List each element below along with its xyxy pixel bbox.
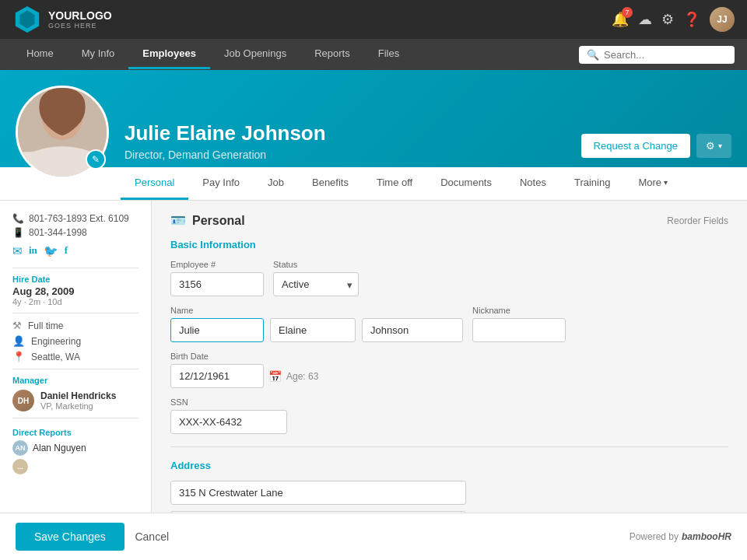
search-icon: 🔍: [587, 49, 599, 61]
tab-benefits[interactable]: Benefits: [298, 167, 363, 200]
birthdate-input-wrap: 📅 Age: 63: [170, 364, 318, 388]
twitter-icon[interactable]: 🐦: [44, 244, 58, 258]
hire-date-value: Aug 28, 2009: [12, 285, 139, 297]
section-title: Personal: [192, 214, 245, 228]
tab-notes[interactable]: Notes: [506, 167, 560, 200]
street1-group: [170, 481, 728, 505]
phone-icon: 📞: [12, 213, 24, 224]
nav-reports[interactable]: Reports: [300, 40, 364, 69]
birthdate-row: Birth Date 📅 Age: 63: [170, 352, 728, 388]
section-title-wrap: 🪪 Personal: [170, 213, 245, 228]
tab-job[interactable]: Job: [254, 167, 298, 200]
nav-files[interactable]: Files: [364, 40, 413, 69]
sidebar-social-icons: ✉ in 🐦 f: [12, 244, 139, 258]
birthdate-label: Birth Date: [170, 352, 318, 361]
direct-reports-label: Direct Reports: [12, 428, 139, 437]
profile-actions: Request a Change ⚙ ▾: [581, 134, 731, 167]
top-bar: YOURLOGO GOES HERE 🔔 7 ☁ ⚙ ❓ JJ: [0, 0, 747, 39]
employment-type-icon: ⚒: [12, 320, 22, 331]
birthdate-group: Birth Date 📅 Age: 63: [170, 352, 318, 388]
profile-title: Director, Demand Generation: [124, 149, 566, 161]
logo-icon: [12, 5, 42, 34]
dr-avatar-1: AN: [12, 440, 28, 456]
search-input[interactable]: [604, 49, 727, 61]
nickname-input[interactable]: [472, 318, 566, 342]
middle-name-input[interactable]: [270, 318, 356, 342]
reorder-fields-link[interactable]: Reorder Fields: [667, 215, 728, 226]
status-group: Status Active Inactive: [273, 260, 359, 296]
street1-input[interactable]: [170, 481, 466, 505]
bottom-bar: Save Changes Cancel Powered by bambooHR: [0, 513, 747, 560]
employee-num-input[interactable]: [170, 272, 264, 296]
sidebar: 📞 801-763-1893 Ext. 6109 📱 801-344-1998 …: [0, 201, 152, 545]
tab-personal[interactable]: Personal: [121, 167, 188, 200]
location-item: 📍 Seattle, WA: [12, 351, 139, 362]
nav-myinfo[interactable]: My Info: [68, 40, 129, 69]
manager-name: Daniel Hendricks: [40, 390, 116, 401]
main-nav: Home My Info Employees Job Openings Repo…: [0, 39, 747, 70]
powered-by: Powered by bambooHR: [630, 531, 731, 542]
nav-home[interactable]: Home: [12, 40, 68, 69]
ssn-input[interactable]: [170, 410, 287, 434]
status-label: Status: [273, 260, 359, 269]
manager-row: DH Daniel Hendricks VP, Marketing: [12, 390, 139, 411]
employee-num-label: Employee #: [170, 260, 264, 269]
calendar-icon[interactable]: 📅: [268, 370, 282, 383]
department-icon: 👤: [12, 335, 25, 347]
name-inputs: [170, 318, 463, 342]
bamboohr-logo: bambooHR: [682, 531, 731, 542]
section-header: 🪪 Personal Reorder Fields: [170, 213, 728, 228]
ssn-label: SSN: [170, 397, 287, 407]
logo-text: YOURLOGO GOES HERE: [48, 9, 112, 30]
manager-title: VP, Marketing: [40, 401, 116, 411]
profile-avatar-wrap: ✎: [16, 86, 109, 179]
section-divider: [170, 446, 728, 447]
tabs-bar: Personal Pay Info Job Benefits Time off …: [0, 167, 747, 201]
first-name-input[interactable]: [170, 318, 264, 342]
name-row: Name Nickname: [170, 306, 728, 342]
hire-date-label: Hire Date: [12, 275, 139, 284]
edit-avatar-button[interactable]: ✎: [86, 149, 106, 170]
location-icon: 📍: [12, 351, 25, 362]
address-title: Address: [170, 460, 728, 471]
help-icon[interactable]: ❓: [683, 11, 700, 28]
ssn-row: SSN: [170, 397, 728, 434]
status-select[interactable]: Active Inactive: [273, 272, 359, 296]
content-wrap: 📞 801-763-1893 Ext. 6109 📱 801-344-1998 …: [0, 201, 747, 545]
tab-more[interactable]: More ▾: [624, 167, 682, 200]
department-item: 👤 Engineering: [12, 335, 139, 347]
main-content: 🪪 Personal Reorder Fields Basic Informat…: [152, 201, 747, 545]
profile-gear-button[interactable]: ⚙ ▾: [696, 134, 731, 158]
status-select-wrap[interactable]: Active Inactive: [273, 272, 359, 296]
nav-jobopenings[interactable]: Job Openings: [210, 40, 300, 69]
cancel-button[interactable]: Cancel: [135, 530, 169, 543]
notifications-icon[interactable]: 🔔 7: [612, 11, 629, 28]
mobile-icon: 📱: [12, 227, 24, 238]
nickname-group: Nickname: [472, 306, 566, 342]
dr-item-2: ...: [12, 459, 139, 474]
tab-training[interactable]: Training: [560, 167, 624, 200]
sidebar-divider-1: [12, 268, 139, 268]
save-changes-button[interactable]: Save Changes: [16, 523, 124, 551]
settings-icon[interactable]: ⚙: [661, 11, 674, 28]
search-box[interactable]: 🔍: [579, 46, 735, 64]
bottom-bar-actions: Save Changes Cancel: [16, 523, 169, 551]
cloud-icon[interactable]: ☁: [638, 11, 652, 28]
profile-header: ✎ Julie Elaine Johnson Director, Demand …: [0, 70, 747, 167]
last-name-input[interactable]: [362, 318, 463, 342]
nav-employees[interactable]: Employees: [128, 40, 210, 69]
personal-section-icon: 🪪: [170, 213, 186, 228]
basic-info-title: Basic Information: [170, 239, 728, 250]
tab-documents[interactable]: Documents: [426, 167, 506, 200]
linkedin-icon[interactable]: in: [29, 244, 37, 258]
request-change-button[interactable]: Request a Change: [581, 134, 690, 158]
user-avatar[interactable]: JJ: [710, 7, 735, 32]
sidebar-phone1: 📞 801-763-1893 Ext. 6109: [12, 213, 139, 224]
tab-timeoff[interactable]: Time off: [363, 167, 426, 200]
dr-item-1: AN Alan Nguyen: [12, 440, 139, 456]
logo-area: YOURLOGO GOES HERE: [12, 5, 112, 34]
tab-payinfo[interactable]: Pay Info: [188, 167, 254, 200]
birthdate-input[interactable]: [170, 364, 264, 388]
email-icon[interactable]: ✉: [12, 244, 23, 258]
facebook-icon[interactable]: f: [65, 244, 68, 258]
